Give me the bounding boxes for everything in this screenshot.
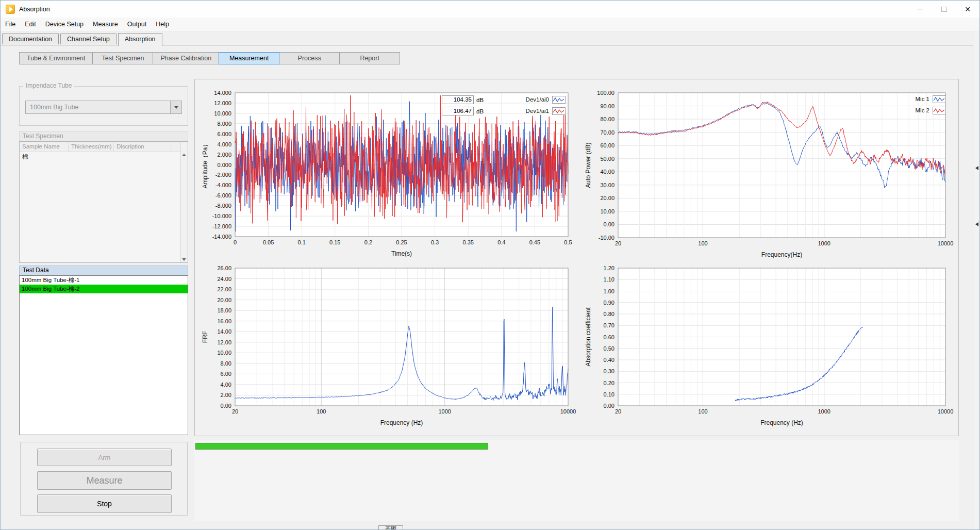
svg-text:Frequency (Hz): Frequency (Hz) [760, 419, 803, 426]
column-header-thickness-mm: Thickness(mm) [69, 142, 114, 152]
test-specimen-table: Sample NameThickness(mm)Discription 棉 [19, 141, 188, 263]
test-specimen-label: Test Specimen [19, 131, 188, 141]
subtab-test-specimen[interactable]: Test Specimen [92, 52, 153, 64]
table-cell: 棉 [20, 152, 69, 161]
svg-text:80.00: 80.00 [600, 116, 614, 122]
impedance-tube-select-value: 100mm Big Tube [26, 104, 170, 111]
legend-label: Dev1/ai0 [526, 96, 549, 103]
impedance-tube-select[interactable]: 100mm Big Tube [25, 101, 182, 114]
svg-text:1000: 1000 [818, 240, 830, 246]
list-item[interactable]: 100mm Big Tube-棉-2 [20, 285, 188, 293]
level-readout: 104.35dB [442, 95, 484, 104]
level-unit: dB [476, 108, 484, 114]
close-button[interactable]: ✕ [956, 1, 979, 18]
legend-item-dev1-ai0[interactable]: Dev1/ai0 [487, 95, 566, 104]
svg-text:0.45: 0.45 [529, 239, 540, 245]
level-value: 106.47 [442, 107, 474, 115]
close-icon: ✕ [965, 5, 971, 13]
legend-item-mic-1[interactable]: Mic 1 [865, 95, 946, 103]
minimize-button[interactable] [908, 1, 932, 18]
measure-button[interactable]: Measure [37, 471, 172, 490]
svg-text:20: 20 [232, 408, 238, 415]
subtab-measurement[interactable]: Measurement [219, 52, 279, 64]
menu-bar: FileEditDevice SetupMeasureOutputHelp [1, 18, 979, 31]
svg-text:1.20: 1.20 [604, 265, 614, 271]
scroll-down-icon[interactable] [182, 258, 186, 261]
column-header-sample-name: Sample Name [20, 142, 69, 152]
sub-tab-bar: Tube & EnvironmentTest SpecimenPhase Cal… [19, 52, 400, 64]
maximize-button[interactable] [932, 1, 956, 18]
test-data-list: 100mm Big Tube-棉-1100mm Big Tube-棉-2 [19, 275, 188, 435]
subtab-tube-environment[interactable]: Tube & Environment [19, 52, 93, 64]
svg-text:0.25: 0.25 [396, 239, 407, 245]
svg-text:-10.00: -10.00 [599, 235, 614, 241]
svg-text:50.00: 50.00 [600, 156, 614, 162]
scroll-up-icon[interactable] [182, 154, 186, 156]
legend-label: Mic 1 [916, 96, 929, 102]
menu-measure[interactable]: Measure [88, 19, 123, 30]
subtab-phase-calibration[interactable]: Phase Calibration [153, 52, 219, 64]
svg-text:0.00: 0.00 [221, 403, 231, 409]
dropdown-arrow-button[interactable] [170, 101, 181, 113]
svg-text:4.000: 4.000 [217, 141, 231, 147]
menu-help[interactable]: Help [151, 19, 174, 30]
table-cell [114, 152, 171, 161]
svg-text:-8.000: -8.000 [215, 203, 231, 209]
svg-text:20.00: 20.00 [217, 297, 231, 303]
stop-button[interactable]: Stop [37, 494, 172, 513]
svg-text:Frequency (Hz): Frequency (Hz) [380, 419, 423, 426]
subtab-report[interactable]: Report [339, 52, 400, 64]
legend-item-dev1-ai1[interactable]: Dev1/ai1 [487, 107, 566, 115]
subtab-process[interactable]: Process [279, 52, 340, 64]
svg-text:6.000: 6.000 [217, 131, 231, 137]
menu-edit[interactable]: Edit [20, 19, 41, 30]
svg-text:1000: 1000 [438, 408, 451, 415]
splitter-arrow-icon[interactable] [975, 166, 978, 170]
svg-text:24.00: 24.00 [217, 276, 231, 282]
menu-device-setup[interactable]: Device Setup [41, 19, 88, 30]
svg-text:0.35: 0.35 [462, 239, 473, 245]
svg-text:2.000: 2.000 [217, 152, 231, 158]
svg-text:20: 20 [615, 408, 621, 415]
svg-text:0.80: 0.80 [604, 311, 614, 317]
menu-file[interactable]: File [1, 19, 20, 30]
waveform-legend-icon [933, 107, 946, 114]
chevron-down-icon [174, 106, 178, 109]
svg-text:0.40: 0.40 [604, 357, 614, 363]
svg-text:Amplitude（Pa）: Amplitude（Pa） [202, 141, 209, 188]
svg-text:70.00: 70.00 [600, 129, 614, 136]
svg-text:-4.000: -4.000 [215, 182, 231, 188]
waveform-legend-icon [933, 95, 946, 103]
tab-documentation[interactable]: Documentation [2, 34, 59, 44]
svg-text:0.00: 0.00 [604, 403, 614, 409]
svg-text:FRF: FRF [202, 331, 209, 343]
splitter-arrow-icon[interactable] [975, 222, 978, 226]
svg-text:60.00: 60.00 [600, 142, 614, 148]
legend-item-mic-2[interactable]: Mic 2 [865, 106, 946, 114]
test-specimen-scrollbar[interactable] [180, 142, 188, 262]
frf-chart: 0.002.004.006.008.0010.0012.0014.0016.00… [195, 260, 578, 432]
arm-button[interactable]: Arm [37, 449, 172, 466]
svg-text:0.50: 0.50 [604, 345, 614, 352]
svg-text:8.000: 8.000 [217, 121, 231, 127]
svg-text:0.4: 0.4 [497, 239, 505, 245]
tab-channel-setup[interactable]: Channel Setup [60, 34, 117, 44]
bottom-tab[interactable]: 画图 [378, 525, 403, 530]
svg-text:30.00: 30.00 [600, 182, 614, 188]
svg-text:100: 100 [698, 240, 707, 246]
right-scrollbar[interactable] [973, 31, 980, 530]
svg-text:Absorption coefficient: Absorption coefficient [585, 307, 592, 367]
tab-absorption[interactable]: Absorption [118, 33, 162, 46]
svg-text:-6.000: -6.000 [215, 192, 231, 198]
svg-text:12.00: 12.00 [217, 339, 231, 345]
menu-output[interactable]: Output [123, 19, 152, 30]
svg-text:22.00: 22.00 [217, 286, 231, 292]
window-controls: ✕ [908, 1, 979, 18]
minimize-icon [917, 9, 923, 9]
level-unit: dB [476, 97, 484, 103]
svg-text:6.00: 6.00 [221, 371, 231, 377]
svg-text:1.10: 1.10 [604, 276, 614, 283]
play-arrow-icon [9, 7, 13, 12]
list-item[interactable]: 100mm Big Tube-棉-1 [20, 276, 188, 285]
svg-text:26.00: 26.00 [217, 265, 231, 271]
